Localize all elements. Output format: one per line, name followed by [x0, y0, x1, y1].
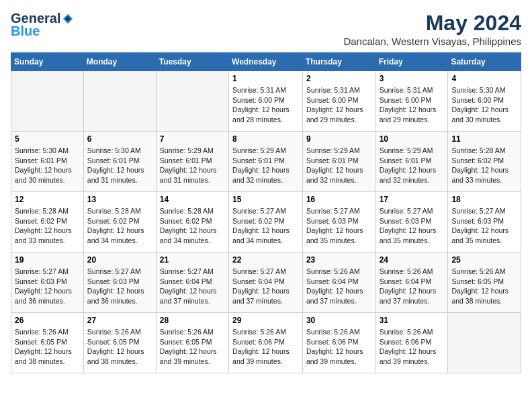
calendar-header-tuesday: Tuesday: [156, 53, 228, 71]
calendar-header-saturday: Saturday: [448, 53, 521, 71]
day-number: 28: [160, 316, 225, 325]
calendar-cell: 25Sunrise: 5:26 AM Sunset: 6:05 PM Dayli…: [448, 253, 521, 313]
calendar-cell: 29Sunrise: 5:26 AM Sunset: 6:06 PM Dayli…: [229, 313, 303, 373]
day-number: 16: [306, 195, 372, 204]
calendar-cell: 7Sunrise: 5:29 AM Sunset: 6:01 PM Daylig…: [156, 132, 228, 192]
day-number: 30: [306, 316, 372, 325]
calendar-cell: [11, 71, 84, 132]
day-info: Sunrise: 5:28 AM Sunset: 6:02 PM Dayligh…: [15, 206, 80, 246]
calendar-cell: 12Sunrise: 5:28 AM Sunset: 6:02 PM Dayli…: [11, 192, 84, 253]
calendar-cell: 18Sunrise: 5:27 AM Sunset: 6:03 PM Dayli…: [448, 192, 521, 253]
calendar-cell: 5Sunrise: 5:30 AM Sunset: 6:01 PM Daylig…: [11, 132, 84, 192]
day-number: 6: [87, 134, 152, 144]
day-number: 24: [380, 255, 445, 265]
day-number: 5: [15, 134, 80, 144]
calendar-table: SundayMondayTuesdayWednesdayThursdayFrid…: [11, 52, 521, 373]
day-number: 26: [15, 316, 80, 325]
day-info: Sunrise: 5:28 AM Sunset: 6:02 PM Dayligh…: [87, 206, 152, 246]
day-number: 12: [15, 195, 80, 204]
calendar-cell: 26Sunrise: 5:26 AM Sunset: 6:05 PM Dayli…: [11, 313, 84, 373]
calendar-cell: 17Sunrise: 5:27 AM Sunset: 6:03 PM Dayli…: [375, 192, 448, 253]
calendar-cell: 3Sunrise: 5:31 AM Sunset: 6:00 PM Daylig…: [375, 71, 448, 132]
day-info: Sunrise: 5:26 AM Sunset: 6:05 PM Dayligh…: [160, 327, 225, 367]
calendar-cell: 24Sunrise: 5:26 AM Sunset: 6:04 PM Dayli…: [375, 253, 448, 313]
day-info: Sunrise: 5:27 AM Sunset: 6:04 PM Dayligh…: [232, 267, 299, 306]
day-info: Sunrise: 5:29 AM Sunset: 6:01 PM Dayligh…: [380, 146, 445, 185]
day-number: 29: [232, 316, 299, 325]
day-info: Sunrise: 5:31 AM Sunset: 6:00 PM Dayligh…: [232, 85, 299, 125]
calendar-header-friday: Friday: [375, 53, 448, 71]
calendar-cell: 19Sunrise: 5:27 AM Sunset: 6:03 PM Dayli…: [11, 253, 84, 313]
calendar-cell: 30Sunrise: 5:26 AM Sunset: 6:06 PM Dayli…: [302, 313, 375, 373]
calendar-cell: 31Sunrise: 5:26 AM Sunset: 6:06 PM Dayli…: [375, 313, 448, 373]
day-info: Sunrise: 5:30 AM Sunset: 6:00 PM Dayligh…: [451, 85, 517, 125]
day-number: 18: [451, 195, 517, 204]
day-info: Sunrise: 5:27 AM Sunset: 6:04 PM Dayligh…: [160, 267, 225, 306]
title-section: May 2024 Dancalan, Western Visayas, Phil…: [343, 11, 521, 47]
calendar-cell: 16Sunrise: 5:27 AM Sunset: 6:03 PM Dayli…: [302, 192, 375, 253]
calendar-cell: [448, 313, 521, 373]
day-info: Sunrise: 5:30 AM Sunset: 6:01 PM Dayligh…: [87, 146, 152, 185]
day-info: Sunrise: 5:29 AM Sunset: 6:01 PM Dayligh…: [160, 146, 225, 185]
calendar-cell: 6Sunrise: 5:30 AM Sunset: 6:01 PM Daylig…: [83, 132, 156, 192]
calendar-cell: 11Sunrise: 5:28 AM Sunset: 6:02 PM Dayli…: [448, 132, 521, 192]
day-info: Sunrise: 5:26 AM Sunset: 6:05 PM Dayligh…: [15, 327, 80, 367]
day-number: 17: [380, 195, 445, 204]
calendar-cell: [156, 71, 228, 132]
calendar-header-thursday: Thursday: [302, 53, 375, 71]
calendar-cell: 14Sunrise: 5:28 AM Sunset: 6:02 PM Dayli…: [156, 192, 228, 253]
calendar-cell: 13Sunrise: 5:28 AM Sunset: 6:02 PM Dayli…: [83, 192, 156, 253]
calendar-cell: 4Sunrise: 5:30 AM Sunset: 6:00 PM Daylig…: [448, 71, 521, 132]
calendar-cell: 9Sunrise: 5:29 AM Sunset: 6:01 PM Daylig…: [302, 132, 375, 192]
logo-icon: [62, 13, 74, 25]
day-number: 7: [160, 134, 225, 144]
day-number: 22: [232, 255, 299, 265]
calendar-cell: 21Sunrise: 5:27 AM Sunset: 6:04 PM Dayli…: [156, 253, 228, 313]
day-number: 10: [380, 134, 445, 144]
calendar-cell: 22Sunrise: 5:27 AM Sunset: 6:04 PM Dayli…: [229, 253, 303, 313]
day-info: Sunrise: 5:26 AM Sunset: 6:06 PM Dayligh…: [380, 327, 445, 367]
calendar-header-row: SundayMondayTuesdayWednesdayThursdayFrid…: [11, 53, 521, 71]
day-info: Sunrise: 5:26 AM Sunset: 6:04 PM Dayligh…: [380, 267, 445, 306]
day-info: Sunrise: 5:26 AM Sunset: 6:05 PM Dayligh…: [87, 327, 152, 367]
day-number: 19: [15, 255, 80, 265]
day-info: Sunrise: 5:31 AM Sunset: 6:00 PM Dayligh…: [306, 85, 372, 125]
day-info: Sunrise: 5:31 AM Sunset: 6:00 PM Dayligh…: [380, 85, 445, 125]
day-info: Sunrise: 5:29 AM Sunset: 6:01 PM Dayligh…: [232, 146, 299, 185]
day-number: 13: [87, 195, 152, 204]
calendar-cell: 27Sunrise: 5:26 AM Sunset: 6:05 PM Dayli…: [83, 313, 156, 373]
logo-blue: Blue: [11, 24, 40, 39]
day-info: Sunrise: 5:28 AM Sunset: 6:02 PM Dayligh…: [160, 206, 225, 246]
calendar-week-row: 1Sunrise: 5:31 AM Sunset: 6:00 PM Daylig…: [11, 71, 521, 132]
calendar-week-row: 12Sunrise: 5:28 AM Sunset: 6:02 PM Dayli…: [11, 192, 521, 253]
calendar-cell: 23Sunrise: 5:26 AM Sunset: 6:04 PM Dayli…: [302, 253, 375, 313]
day-info: Sunrise: 5:26 AM Sunset: 6:06 PM Dayligh…: [306, 327, 372, 367]
day-number: 21: [160, 255, 225, 265]
day-info: Sunrise: 5:26 AM Sunset: 6:04 PM Dayligh…: [306, 267, 372, 306]
calendar-cell: 1Sunrise: 5:31 AM Sunset: 6:00 PM Daylig…: [229, 71, 303, 132]
day-info: Sunrise: 5:30 AM Sunset: 6:01 PM Dayligh…: [15, 146, 80, 185]
calendar-cell: 20Sunrise: 5:27 AM Sunset: 6:03 PM Dayli…: [83, 253, 156, 313]
calendar-header-sunday: Sunday: [11, 53, 84, 71]
day-number: 2: [306, 74, 372, 83]
day-info: Sunrise: 5:26 AM Sunset: 6:06 PM Dayligh…: [232, 327, 299, 367]
day-info: Sunrise: 5:29 AM Sunset: 6:01 PM Dayligh…: [306, 146, 372, 185]
day-number: 20: [87, 255, 152, 265]
calendar-cell: 10Sunrise: 5:29 AM Sunset: 6:01 PM Dayli…: [375, 132, 448, 192]
calendar-cell: 28Sunrise: 5:26 AM Sunset: 6:05 PM Dayli…: [156, 313, 228, 373]
calendar-header-monday: Monday: [83, 53, 156, 71]
day-number: 25: [451, 255, 517, 265]
calendar-cell: [83, 71, 156, 132]
day-info: Sunrise: 5:27 AM Sunset: 6:02 PM Dayligh…: [232, 206, 299, 246]
calendar-cell: 2Sunrise: 5:31 AM Sunset: 6:00 PM Daylig…: [302, 71, 375, 132]
calendar-cell: 15Sunrise: 5:27 AM Sunset: 6:02 PM Dayli…: [229, 192, 303, 253]
calendar-cell: 8Sunrise: 5:29 AM Sunset: 6:01 PM Daylig…: [229, 132, 303, 192]
day-number: 15: [232, 195, 299, 204]
day-number: 14: [160, 195, 225, 204]
day-info: Sunrise: 5:27 AM Sunset: 6:03 PM Dayligh…: [451, 206, 517, 246]
day-info: Sunrise: 5:26 AM Sunset: 6:05 PM Dayligh…: [451, 267, 517, 306]
day-number: 11: [451, 134, 517, 144]
day-number: 1: [232, 74, 299, 83]
day-info: Sunrise: 5:28 AM Sunset: 6:02 PM Dayligh…: [451, 146, 517, 185]
location: Dancalan, Western Visayas, Philippines: [343, 36, 521, 47]
